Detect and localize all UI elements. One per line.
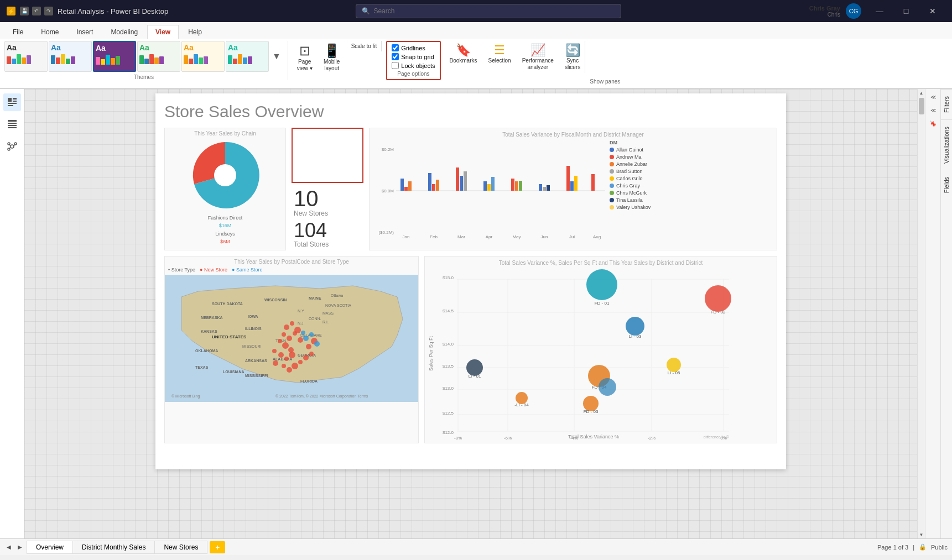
svg-text:$13.5: $13.5: [443, 364, 454, 369]
svg-text:difference lic ©: difference lic ©: [704, 435, 730, 439]
svg-point-97: [303, 355, 309, 360]
next-page-button[interactable]: ▶: [15, 543, 24, 552]
svg-text:Apr: Apr: [486, 234, 493, 239]
filters-panel-label[interactable]: Filters: [941, 89, 952, 119]
bar-chart-svg: $0.2M $0.0M ($0.2M): [373, 140, 605, 239]
svg-text:MISSOURI: MISSOURI: [242, 344, 262, 348]
sync-slicers-button[interactable]: 🔄 Syncslicers: [560, 41, 585, 73]
svg-text:LI - 03: LI - 03: [629, 334, 642, 339]
snap-to-grid-label: Snap to grid: [401, 54, 434, 60]
minimize-button[interactable]: —: [867, 0, 892, 22]
tab-file[interactable]: File: [4, 25, 32, 39]
svg-point-102: [303, 336, 309, 341]
report-view-button[interactable]: [3, 93, 21, 111]
tab-help[interactable]: Help: [180, 25, 210, 39]
svg-text:LI - 01: LI - 01: [469, 374, 481, 379]
legend-andrew-ma: Andrew Ma: [610, 154, 665, 160]
theme-bar: [7, 56, 11, 64]
add-tab-button[interactable]: +: [210, 541, 225, 553]
user-avatar[interactable]: CG: [846, 3, 861, 19]
mobile-layout-button[interactable]: 📱 Mobilelayout: [319, 41, 345, 74]
scroll-down-arrow[interactable]: ▼: [918, 531, 925, 538]
visualizations-panel-label[interactable]: Visualizations: [941, 119, 952, 170]
lindseys-label: Lindseys$6M: [167, 230, 283, 246]
theme-bar: [228, 55, 232, 64]
theme-bars-2: [51, 52, 90, 64]
snap-to-grid-checkbox[interactable]: [392, 53, 399, 60]
collapse-all-button[interactable]: ≪: [928, 91, 939, 102]
gridlines-checkbox[interactable]: [392, 44, 399, 51]
data-view-button[interactable]: [3, 116, 21, 133]
svg-rect-4: [8, 105, 13, 106]
title-search-input[interactable]: [373, 7, 615, 15]
scatter-chart-card[interactable]: Total Sales Variance %, Sales Per Sq Ft …: [424, 256, 777, 443]
scroll-up-arrow[interactable]: ▲: [918, 89, 925, 97]
kpi-selected-box[interactable]: [292, 128, 363, 183]
page-view-button[interactable]: ⊡ Pageview ▾: [293, 41, 317, 74]
theme-bar: [238, 54, 242, 64]
report-title: Store Sales Overview: [164, 102, 777, 121]
legend-carlos-grilo: Carlos Grilo: [610, 176, 665, 181]
theme-swatch-3[interactable]: Aa: [93, 41, 136, 72]
overview-tab[interactable]: Overview: [27, 541, 73, 554]
svg-text:$13.0: $13.0: [443, 386, 454, 391]
bookmarks-button[interactable]: 🔖 Bookmarks: [445, 41, 482, 66]
theme-bar: [56, 57, 60, 64]
undo-icon[interactable]: ↶: [32, 7, 41, 15]
scroll-thumb[interactable]: [919, 98, 924, 114]
pie-chart-card[interactable]: This Year Sales by Chain Fashion: [164, 128, 286, 250]
maximize-button[interactable]: □: [893, 0, 919, 22]
district-monthly-sales-tab[interactable]: District Monthly Sales: [72, 541, 155, 554]
snap-to-grid-option[interactable]: Snap to grid: [392, 53, 435, 60]
svg-text:May: May: [512, 234, 521, 239]
legend-brad-sutton: Brad Sutton: [610, 169, 665, 174]
bar-chart-card[interactable]: Total Sales Variance by FiscalMonth and …: [369, 128, 777, 250]
close-button[interactable]: ✕: [920, 0, 945, 22]
new-stores-tab[interactable]: New Stores: [154, 541, 207, 554]
theme-swatch-5[interactable]: Aa: [181, 41, 225, 72]
selection-button[interactable]: ☰ Selection: [484, 41, 516, 66]
title-search-box[interactable]: 🔍: [356, 4, 621, 18]
model-view-button[interactable]: [3, 138, 21, 155]
svg-text:© Microsoft Bing: © Microsoft Bing: [171, 394, 200, 399]
lock-objects-option[interactable]: Lock objects: [392, 62, 435, 69]
theme-swatch-6[interactable]: Aa: [226, 41, 269, 72]
fields-panel-label[interactable]: Fields: [941, 170, 952, 200]
scatter-chart-svg: $15.0 $14.5 $14.0 $13.5 $13.0 $12.5 $12.…: [436, 268, 740, 439]
collapse-button[interactable]: ≪: [928, 104, 939, 116]
tab-view[interactable]: View: [147, 25, 179, 39]
theme-bar: [233, 59, 237, 64]
gridlines-option[interactable]: Gridlines: [392, 44, 435, 51]
svg-text:FD - 01: FD - 01: [595, 301, 610, 306]
theme-bar: [101, 59, 105, 65]
svg-text:WISCONSIN: WISCONSIN: [264, 298, 287, 302]
show-panes-label: Show panes: [587, 77, 622, 86]
tab-insert[interactable]: Insert: [68, 25, 101, 39]
theme-swatch-1[interactable]: Aa: [4, 41, 48, 72]
svg-point-88: [272, 349, 277, 353]
theme-swatch-2[interactable]: Aa: [49, 41, 92, 72]
lock-objects-checkbox[interactable]: [392, 62, 399, 69]
svg-rect-41: [574, 176, 578, 191]
theme-swatch-4[interactable]: Aa: [137, 41, 180, 72]
pin-button[interactable]: 📌: [928, 118, 939, 129]
prev-page-button[interactable]: ◀: [4, 543, 13, 552]
performance-analyzer-button[interactable]: 📈 Performanceanalyzer: [518, 41, 558, 73]
theme-bar: [61, 54, 65, 64]
bookmarks-icon: 🔖: [456, 43, 471, 57]
new-stores-number: 10: [294, 187, 361, 210]
theme-more-chevron[interactable]: ▼: [270, 51, 283, 61]
tab-home[interactable]: Home: [33, 25, 67, 39]
map-title: This Year Sales by PostalCode and Store …: [165, 257, 418, 267]
map-card[interactable]: This Year Sales by PostalCode and Store …: [164, 256, 419, 443]
fashions-direct-label: Fashions Direct$16M: [167, 214, 283, 230]
save-recent-icon[interactable]: 💾: [20, 7, 29, 15]
vertical-scrollbar[interactable]: ▲ ▼: [917, 89, 925, 538]
tab-modeling[interactable]: Modeling: [102, 25, 146, 39]
svg-point-90: [284, 357, 289, 361]
separator: |: [913, 544, 914, 551]
ribbon-content: Aa Aa: [0, 39, 952, 88]
redo-icon[interactable]: ↷: [44, 7, 53, 15]
title-bar-icons: 💾 ↶ ↷: [20, 7, 53, 15]
selection-label: Selection: [488, 57, 511, 64]
